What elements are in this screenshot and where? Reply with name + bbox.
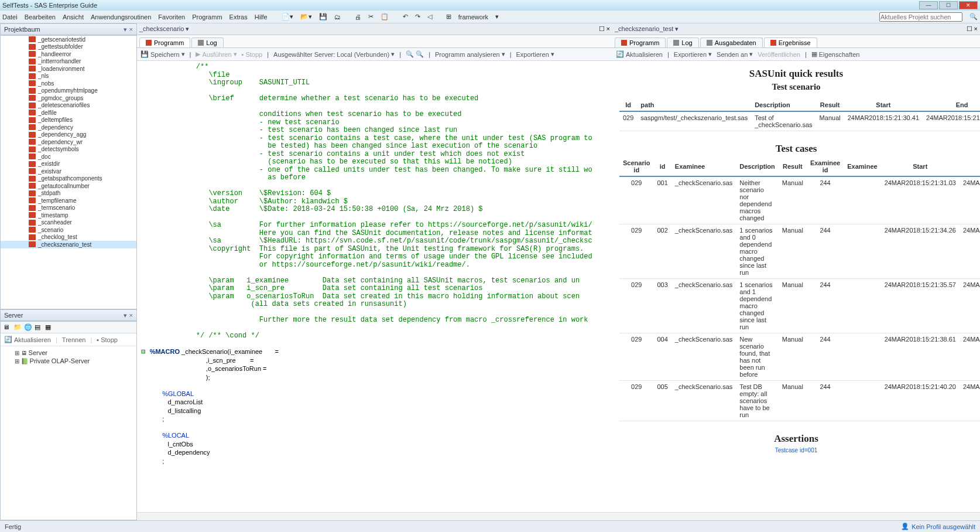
dropdown-icon[interactable]: ▾ [495,13,499,21]
rsubtab-log[interactable]: Log [667,37,698,47]
tree-item[interactable]: _existvar [1,168,136,175]
tree-item[interactable]: _scanheader [1,219,136,227]
tree-item[interactable]: _getautocallnumber [1,182,136,190]
maximize-results-icon[interactable]: ☐ [967,25,972,32]
flow-icon[interactable]: ⊞ [446,13,451,21]
tree-item[interactable]: _stdpath [1,190,136,197]
folder-icon[interactable]: 📁 [13,323,22,332]
rsubtab-ausgabe[interactable]: Ausgabedaten [700,37,763,47]
list-icon[interactable]: ▤ [35,323,43,332]
search-icon[interactable]: 🔍 [969,13,978,21]
search-input[interactable] [879,12,962,22]
tree-item[interactable]: _termscenario [1,204,136,212]
grid-icon[interactable]: ▦ [45,323,53,332]
menu-datei[interactable]: Datei [2,13,18,21]
maximize-button[interactable]: ☐ [939,1,958,9]
zoom-icons[interactable]: 🔍 🔍 [406,50,424,58]
publish-results[interactable]: Veröffentlichen [758,51,800,58]
stop-run-button[interactable]: ▪ Stopp [242,51,263,58]
rsubtab-programm[interactable]: Programm [615,37,666,47]
print-icon[interactable]: 🖨 [355,13,361,21]
editor-tab[interactable]: _checkscenario ▾ [139,25,190,33]
tree-item[interactable]: _scenario [1,226,136,234]
tree-item[interactable]: _doc [1,153,136,161]
pin-icon[interactable]: ▾ [124,26,127,33]
server-icon[interactable]: 🖥 [3,323,11,332]
tree-item[interactable]: _detectsymbols [1,146,136,154]
subtab-log[interactable]: Log [191,37,223,47]
menu-programm[interactable]: Programm [192,13,222,21]
server-tree[interactable]: ⊞ 🖥 Server ⊞ 📗 Private OLAP-Server [1,346,136,520]
tree-item[interactable]: _intterrorhandler [1,58,136,66]
save-button[interactable]: 💾 Speichern ▾ [141,50,185,58]
tree-item[interactable]: _deletescenariofiles [1,102,136,110]
sendto-results[interactable]: Senden an ▾ [717,50,753,58]
tree-item[interactable]: _checklog_test [1,234,136,241]
maximize-editor-icon[interactable]: ☐ [599,25,605,32]
olap-node[interactable]: ⊞ 📗 Private OLAP-Server [4,357,133,365]
tree-item[interactable]: _loadenvironment [1,65,136,73]
profile-link[interactable]: Kein Profil ausgewählt [912,523,975,530]
tree-item[interactable]: _delfile [1,109,136,117]
save-icon[interactable]: 💾 [319,13,327,21]
tree-item[interactable]: _dependency [1,124,136,131]
run-button[interactable]: ▶ Ausführen ▾ [196,50,237,58]
tree-item[interactable]: _getabspathcomponents [1,175,136,183]
assertion-link[interactable]: Testcase id=001 [619,447,973,453]
tree-item[interactable]: _dependency_agg [1,131,136,139]
hscroll[interactable] [137,512,612,520]
refresh-button[interactable]: 🔄 Aktualisieren [4,336,51,343]
subtab-programm[interactable]: Programm [139,37,190,47]
tree-item[interactable]: _opendummyhtmlpage [1,87,136,95]
menu-extras[interactable]: Extras [229,13,248,21]
tree-item[interactable]: _deltempfiles [1,117,136,124]
tree-item[interactable]: _nobs [1,80,136,87]
save-all-icon[interactable]: 🗂 [334,13,341,21]
server-selector[interactable]: Ausgewählter Server: Local (Verbunden) ▾ [273,50,395,58]
rsubtab-ergebnisse[interactable]: Ergebnisse [764,37,817,47]
menu-bearbeiten[interactable]: Bearbeiten [25,13,56,21]
close-editor-icon[interactable]: × [606,25,610,32]
menu-hilfe[interactable]: Hilfe [255,13,268,21]
minimize-button[interactable]: — [919,1,938,9]
copy-icon[interactable]: 📋 [381,13,389,21]
tree-item[interactable]: _existdir [1,161,136,168]
globe-icon[interactable]: 🌐 [24,323,32,332]
tree-item[interactable]: _getscenariotestid [1,36,136,43]
menu-ansicht[interactable]: Ansicht [63,13,84,21]
undo-icon[interactable]: ↶ [403,13,408,21]
disconnect-button[interactable]: Trennen [62,336,86,343]
project-tree[interactable]: _getscenariotestid_gettestsubfolder_hand… [0,35,137,309]
framework-label[interactable]: framework [458,13,488,21]
results-pane[interactable]: SASUnit quick results Test scenario Idpa… [612,61,980,512]
close-results-icon[interactable]: × [974,25,978,32]
tree-item[interactable]: _nls [1,73,136,80]
code-editor[interactable]: /** \file \ingroup SASUNIT_UTIL \brief d… [137,61,612,512]
tree-item[interactable]: _gettestsubfolder [1,43,136,51]
close-button[interactable]: ✕ [959,1,978,9]
analyse-button[interactable]: Programm analysieren ▾ [435,50,505,58]
close-panel-icon[interactable]: × [129,26,133,33]
tree-item[interactable]: _tempfilename [1,197,136,204]
open-icon[interactable]: 📂▾ [300,13,312,21]
results-tab[interactable]: _checkszenario_test ▾ [615,25,679,33]
properties-results[interactable]: ▦ Eigenschaften [811,50,860,58]
menu-favoriten[interactable]: Favoriten [158,13,185,21]
export-results[interactable]: Exportieren ▾ [674,50,712,58]
tree-item[interactable]: _pgmdoc_groups [1,94,136,102]
tree-item[interactable]: _timestamp [1,212,136,219]
menu-anwendungsroutinen[interactable]: Anwendungsroutinen [91,13,151,21]
redo-icon[interactable]: ↷ [415,13,420,21]
pin-icon[interactable]: ▾ [124,312,127,319]
export-button[interactable]: Exportieren ▾ [516,50,554,58]
cut-icon[interactable]: ✂ [368,13,374,21]
server-node[interactable]: ⊞ 🖥 Server [4,349,133,357]
refresh-results[interactable]: 🔄 Aktualisieren [616,50,663,58]
back-icon[interactable]: ◁ [427,13,432,21]
stop-button[interactable]: ▪ Stopp [97,336,118,343]
close-server-icon[interactable]: × [129,312,133,319]
tree-item[interactable]: _handleerror [1,50,136,58]
tree-item[interactable]: _dependency_wr [1,138,136,146]
tree-item[interactable]: _checkszenario_test [1,241,136,248]
hscroll-right[interactable] [612,512,980,520]
